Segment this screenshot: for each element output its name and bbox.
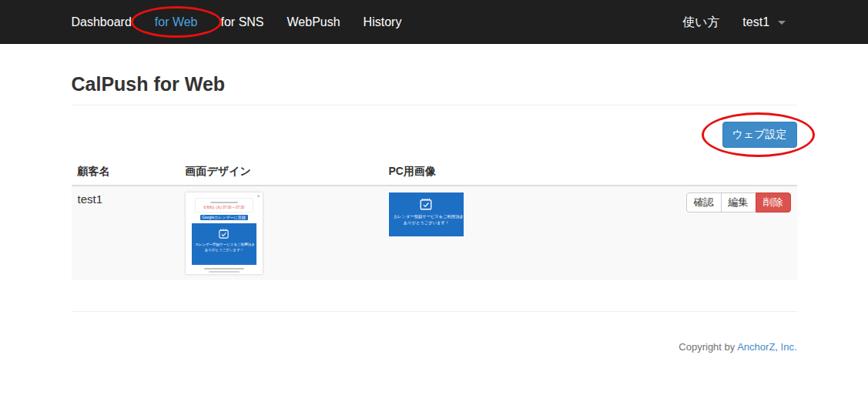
delete-button[interactable]: 削除 bbox=[756, 192, 791, 213]
navbar: Dashboard for Web for SNS WebPush Histor… bbox=[0, 0, 868, 44]
header-pc-image: PC用画像 bbox=[383, 159, 614, 186]
thumbnail-message-line2: ありがとうございます！ bbox=[393, 219, 458, 225]
customer-table: 顧客名 画面デザイン PC用画像 test1 × 6月8日 (木) 07:00 … bbox=[72, 159, 797, 280]
company-link[interactable]: AnchorZ, Inc. bbox=[737, 341, 796, 353]
header-actions bbox=[614, 159, 797, 186]
cell-pc-image: カレンダー登録サービスをご利用頂き ありがとうございます！ bbox=[383, 186, 614, 280]
nav-item-dashboard[interactable]: Dashboard bbox=[72, 0, 143, 44]
header-customer-name: 顧客名 bbox=[72, 159, 179, 186]
row-action-button-group: 確認 編集 削除 bbox=[686, 192, 791, 213]
footer-divider bbox=[72, 311, 797, 312]
thumbnail-message-line1: カレンダー登録サービスをご利用頂き bbox=[195, 242, 253, 246]
footer: Copyright by AnchorZ, Inc. bbox=[72, 341, 797, 353]
thumbnail-micro-text-line bbox=[204, 268, 244, 269]
toolbar: ウェブ設定 bbox=[72, 122, 797, 148]
nav-left: Dashboard for Web for SNS WebPush Histor… bbox=[72, 0, 414, 44]
thumbnail-micro-text-line bbox=[210, 202, 238, 203]
header-screen-design: 画面デザイン bbox=[179, 159, 383, 186]
thumbnail-micro-text-line bbox=[209, 271, 240, 273]
cell-screen-design: × 6月8日 (木) 07:00 ~ 07:30 Googleカレンダーに登録 bbox=[179, 186, 383, 280]
nav-item-usage[interactable]: 使い方 bbox=[682, 0, 731, 44]
screen-design-thumbnail[interactable]: × 6月8日 (木) 07:00 ~ 07:30 Googleカレンダーに登録 bbox=[186, 192, 263, 274]
navbar-container: Dashboard for Web for SNS WebPush Histor… bbox=[72, 0, 797, 44]
page-title: CalPush for Web bbox=[72, 73, 797, 95]
web-settings-button[interactable]: ウェブ設定 bbox=[722, 122, 797, 148]
calendar-check-icon bbox=[218, 228, 230, 239]
nav-item-user-dropdown[interactable]: test1 bbox=[731, 0, 796, 44]
nav-item-for-web-label: for Web bbox=[155, 15, 198, 28]
nav-item-history[interactable]: History bbox=[352, 0, 414, 44]
cell-customer-name: test1 bbox=[72, 186, 179, 280]
table-row: test1 × 6月8日 (木) 07:00 ~ 07:30 Googleカレン… bbox=[72, 186, 797, 280]
table-header-row: 顧客名 画面デザイン PC用画像 bbox=[72, 159, 797, 186]
main-content: CalPush for Web ウェブ設定 顧客名 画面デザイン PC用画像 t… bbox=[72, 73, 797, 353]
thumbnail-date-text: 6月8日 (木) 07:00 ~ 07:30 bbox=[197, 205, 250, 209]
nav-item-for-sns[interactable]: for SNS bbox=[209, 0, 276, 44]
title-divider bbox=[72, 105, 797, 105]
nav-right: 使い方 test1 bbox=[682, 0, 797, 44]
edit-button[interactable]: 編集 bbox=[721, 192, 756, 213]
confirm-button[interactable]: 確認 bbox=[686, 192, 722, 213]
nav-item-for-web[interactable]: for Web bbox=[143, 0, 209, 44]
user-name-label: test1 bbox=[742, 15, 769, 28]
pc-image-thumbnail[interactable]: カレンダー登録サービスをご利用頂き ありがとうございます！ bbox=[389, 192, 464, 236]
thumbnail-message-line2: ありがとうございます！ bbox=[195, 247, 253, 252]
caret-down-icon bbox=[778, 21, 786, 25]
thumbnail-blue-panel: カレンダー登録サービスをご利用頂き ありがとうございます！ bbox=[192, 223, 256, 265]
thumbnail-register-button: Googleカレンダーに登録 bbox=[200, 215, 248, 220]
thumbnail-date-card: 6月8日 (木) 07:00 ~ 07:30 bbox=[195, 198, 253, 213]
copyright-text: Copyright by bbox=[679, 341, 737, 353]
cell-actions: 確認 編集 削除 bbox=[614, 186, 797, 280]
thumbnail-message-line1: カレンダー登録サービスをご利用頂き bbox=[393, 213, 458, 219]
nav-item-webpush[interactable]: WebPush bbox=[276, 0, 352, 44]
close-icon: × bbox=[256, 193, 260, 199]
calendar-check-icon bbox=[419, 197, 433, 211]
